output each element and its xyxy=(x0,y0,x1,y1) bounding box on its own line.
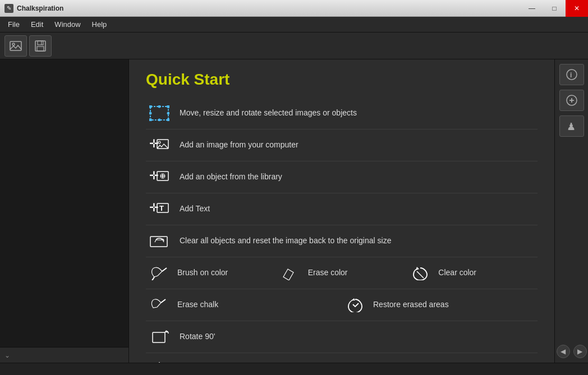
svg-point-12 xyxy=(158,119,161,122)
brush-color-icon xyxy=(146,263,173,283)
add-text-icon: ✛ T xyxy=(146,199,173,219)
svg-point-9 xyxy=(149,118,152,121)
nav-prev-btn[interactable]: ◀ xyxy=(557,345,570,358)
svg-line-25 xyxy=(162,268,167,271)
svg-text:i: i xyxy=(570,71,572,79)
svg-line-28 xyxy=(161,299,166,303)
flip-h-icon xyxy=(146,359,173,363)
window-controls: — □ ✕ xyxy=(521,0,588,17)
maximize-button[interactable]: □ xyxy=(543,0,566,17)
qs-row-erase: Erase chalk Restore erased areas xyxy=(146,289,538,321)
menu-bar: File Edit Window Help xyxy=(0,17,588,33)
sidebar-collapse-arrow[interactable]: ⌄ xyxy=(4,351,10,359)
main-layout: ⌄ Quick Start Move, resize and r xyxy=(0,59,588,363)
qs-restore-erased-text: Restore erased areas xyxy=(373,299,449,311)
sidebar-content xyxy=(0,59,128,347)
puzzle-button[interactable]: ♟ xyxy=(559,115,584,137)
qs-item-flip-h[interactable]: Flip Horizontal xyxy=(146,353,538,363)
svg-rect-3 xyxy=(38,41,43,45)
svg-rect-4 xyxy=(37,47,44,51)
toolbar-save-btn[interactable] xyxy=(29,35,52,57)
qs-item-erase-chalk[interactable]: Erase chalk xyxy=(146,295,342,315)
qs-erase-chalk-text: Erase chalk xyxy=(177,299,218,311)
sidebar-bottom: ⌄ xyxy=(0,347,128,363)
rotate-icon xyxy=(146,327,173,347)
qs-row-color: Brush on color Erase color xyxy=(146,257,538,289)
left-sidebar: ⌄ xyxy=(0,59,129,363)
quick-start-title: Quick Start xyxy=(146,71,538,89)
qs-item-clear-color[interactable]: Clear color xyxy=(407,263,538,283)
app-icon: ✎ xyxy=(4,4,13,13)
main-content: Quick Start Move, resize and rotate sele… xyxy=(129,59,554,363)
qs-item-select[interactable]: Move, resize and rotate selected images … xyxy=(146,98,538,129)
select-icon xyxy=(146,103,173,123)
erase-color-icon xyxy=(277,263,304,283)
svg-text:♟: ♟ xyxy=(567,121,576,132)
qs-item-rotate[interactable]: Rotate 90' xyxy=(146,321,538,353)
erase-chalk-icon xyxy=(146,295,173,315)
add-button[interactable] xyxy=(559,90,584,111)
qs-add-text-text: Add Text xyxy=(180,203,210,215)
svg-point-13 xyxy=(149,112,152,115)
svg-point-8 xyxy=(167,105,169,108)
add-object-icon: ✛ xyxy=(146,167,173,187)
svg-rect-0 xyxy=(10,41,21,50)
qs-erase-color-text: Erase color xyxy=(308,267,348,279)
window-title: Chalkspiration xyxy=(17,4,63,12)
svg-point-1 xyxy=(12,43,15,45)
qs-select-text: Move, resize and rotate selected images … xyxy=(180,108,357,119)
menu-file[interactable]: File xyxy=(2,18,25,31)
svg-line-27 xyxy=(417,271,424,278)
nav-next-btn[interactable]: ▶ xyxy=(573,345,587,358)
info-button[interactable]: i xyxy=(559,64,584,85)
qs-item-clear[interactable]: Clear all objects and reset the image ba… xyxy=(146,225,538,257)
svg-point-11 xyxy=(158,105,161,108)
clear-icon xyxy=(146,231,173,251)
title-bar: ✎ Chalkspiration — □ ✕ xyxy=(0,0,588,17)
close-button[interactable]: ✕ xyxy=(566,0,588,17)
qs-clear-text: Clear all objects and reset the image ba… xyxy=(180,235,391,247)
svg-rect-29 xyxy=(153,332,165,342)
toolbar xyxy=(0,33,588,59)
qs-clear-color-text: Clear color xyxy=(438,267,476,279)
image-icon xyxy=(9,39,22,53)
clear-color-icon xyxy=(407,263,434,283)
svg-rect-6 xyxy=(150,107,168,120)
svg-point-14 xyxy=(167,112,170,115)
qs-rotate-text: Rotate 90' xyxy=(180,331,215,342)
nav-btn-row: ◀ ▶ xyxy=(557,345,587,358)
minimize-button[interactable]: — xyxy=(521,0,543,17)
svg-text:T: T xyxy=(159,204,164,212)
svg-marker-26 xyxy=(283,269,293,280)
save-icon xyxy=(34,39,47,53)
qs-item-add-text[interactable]: ✛ T Add Text xyxy=(146,193,538,225)
qs-item-add-image[interactable]: ✛ Add an image from your computer xyxy=(146,129,538,161)
qs-item-restore-erased[interactable]: Restore erased areas xyxy=(342,295,538,315)
qs-item-brush-color[interactable]: Brush on color xyxy=(146,263,277,283)
qs-item-add-object[interactable]: ✛ Add an object from the library xyxy=(146,161,538,193)
qs-brush-color-text: Brush on color xyxy=(177,267,228,279)
menu-window[interactable]: Window xyxy=(49,18,86,31)
right-sidebar: i ♟ ◀ ▶ xyxy=(554,59,588,363)
status-bar xyxy=(0,363,588,375)
qs-add-image-text: Add an image from your computer xyxy=(180,140,298,151)
menu-help[interactable]: Help xyxy=(86,18,113,31)
add-image-icon: ✛ xyxy=(146,135,173,155)
toolbar-image-btn[interactable] xyxy=(4,35,27,57)
svg-point-7 xyxy=(149,105,152,108)
right-nav-controls: ◀ ▶ xyxy=(557,345,587,358)
svg-point-10 xyxy=(167,118,169,121)
restore-erased-icon xyxy=(342,295,369,315)
menu-edit[interactable]: Edit xyxy=(25,18,49,31)
qs-item-erase-color[interactable]: Erase color xyxy=(277,263,407,283)
qs-add-object-text: Add an object from the library xyxy=(180,172,282,183)
